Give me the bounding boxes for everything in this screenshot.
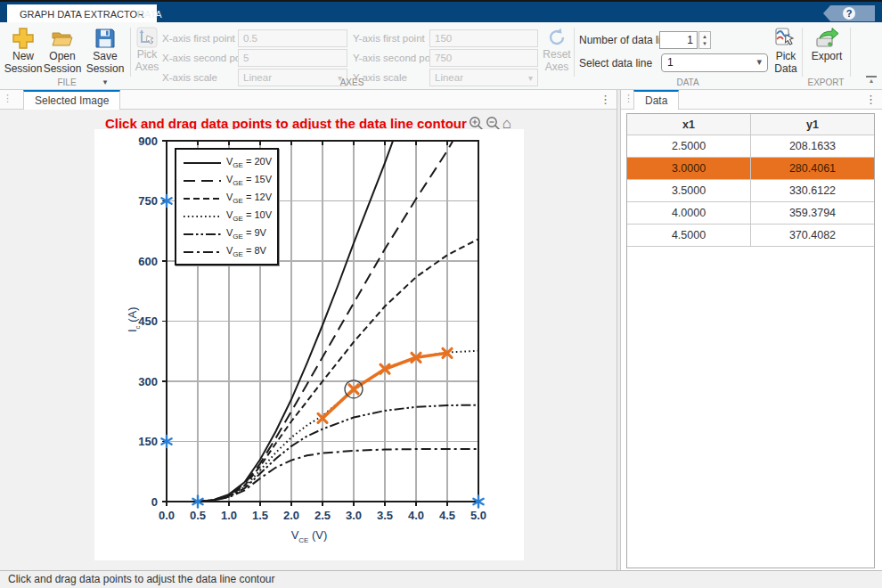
toolstrip: New Session Open Session Save Session ▾ (0, 22, 882, 90)
svg-text:3.5: 3.5 (377, 509, 393, 522)
legend-entry: VGE = 12V (182, 190, 272, 208)
y-first-input[interactable]: 150 (429, 29, 538, 47)
table-header-row: x1y1 (627, 114, 874, 135)
svg-text:1.5: 1.5 (252, 509, 268, 522)
legend-label: VGE = 8V (226, 245, 266, 258)
export-section-label: EXPORT (802, 78, 850, 87)
dropdown-arrow-icon: ▾ (756, 56, 762, 68)
graph-data-extractor-app: GRAPH DATA EXTRACTOR DATA ? New Session … (0, 0, 882, 588)
table-cell[interactable]: 2.5000 (627, 135, 751, 158)
table-cell[interactable]: 370.4082 (751, 225, 874, 247)
svg-text:0.5: 0.5 (190, 509, 206, 522)
svg-text:3.0: 3.0 (346, 509, 362, 522)
table-cell[interactable]: 3.0000 (627, 158, 751, 180)
table-cell[interactable]: 208.1633 (751, 135, 874, 158)
legend-label: VGE = 15V (226, 174, 272, 187)
column-header[interactable]: y1 (751, 114, 874, 135)
data-panel: ⋮ Data ⋮ x1y12.5000208.16333.0000280.406… (621, 90, 882, 570)
chart-legend: VGE = 20VVGE = 15VVGE = 12VVGE = 10VVGE … (175, 148, 279, 265)
legend-line-sample (182, 247, 223, 257)
panel-grip-icon[interactable]: ⋮ (3, 93, 11, 104)
spinner-down-icon[interactable]: ▼ (702, 41, 707, 46)
new-session-label: New (12, 50, 34, 62)
legend-entry: VGE = 20V (182, 154, 272, 172)
tab-data[interactable]: DATA (125, 4, 175, 24)
column-header[interactable]: x1 (627, 114, 751, 135)
panel-menu-icon[interactable]: ⋮ (865, 93, 877, 106)
svg-text:900: 900 (138, 135, 158, 148)
table-cell[interactable]: 330.6122 (751, 180, 874, 202)
svg-text:5.0: 5.0 (470, 509, 486, 522)
x-first-input[interactable]: 0.5 (238, 29, 347, 47)
svg-text:2.0: 2.0 (283, 509, 299, 522)
table-row[interactable]: 4.0000359.3794 (627, 202, 874, 225)
panel-grip-icon[interactable]: ⋮ (624, 93, 632, 104)
x-axis-label: VCE (V) (94, 528, 524, 544)
table-row[interactable]: 3.5000330.6122 (627, 180, 874, 202)
pick-axes-button[interactable]: Pick Axes (134, 27, 160, 73)
image-canvas-area: Click and drag data points to adjust the… (0, 110, 617, 570)
legend-line-sample (182, 176, 223, 186)
new-session-plus-icon (12, 27, 35, 50)
table-cell[interactable]: 280.4061 (751, 158, 874, 180)
reset-axes-label2: Axes (545, 61, 569, 73)
section-divider (130, 28, 131, 77)
svg-text:600: 600 (138, 255, 158, 268)
svg-text:4.0: 4.0 (408, 509, 424, 522)
svg-text:0: 0 (151, 495, 158, 509)
collapse-toolstrip-button[interactable]: ▴ (866, 76, 877, 84)
tab-selected-image[interactable]: Selected Image (23, 90, 120, 110)
right-tab-row: ⋮ Data ⋮ (621, 90, 882, 110)
chart-plot[interactable]: 0.00.51.01.52.02.53.03.54.04.55.00150300… (94, 129, 524, 560)
y-first-label: Y-axis first point (353, 33, 425, 44)
x-first-label: X-axis first point (162, 33, 235, 44)
table-cell[interactable]: 4.5000 (627, 225, 751, 247)
help-button[interactable]: ? (823, 5, 875, 21)
x-second-input[interactable]: 5 (238, 49, 347, 67)
legend-label: VGE = 20V (226, 156, 272, 169)
legend-line-sample (182, 193, 223, 204)
ribbon-tab-bar: GRAPH DATA EXTRACTOR DATA ? (0, 0, 882, 22)
legend-line-sample (182, 158, 223, 168)
table-cell[interactable]: 359.3794 (751, 202, 874, 225)
tab-data-table[interactable]: Data (633, 90, 679, 110)
export-button[interactable]: Export (807, 27, 846, 62)
table-cell[interactable]: 3.5000 (627, 180, 751, 202)
table-row[interactable]: 4.5000370.4082 (627, 225, 874, 247)
pick-data-icon (774, 27, 798, 50)
svg-text:1.0: 1.0 (221, 509, 237, 522)
new-session-label2: Session (4, 62, 43, 75)
legend-entry: VGE = 10V (182, 208, 272, 225)
legend-label: VGE = 10V (226, 209, 272, 223)
table-cell[interactable]: 4.0000 (627, 202, 751, 225)
svg-text:150: 150 (138, 435, 158, 448)
pick-data-label: Pick (776, 50, 796, 62)
num-data-lines-input[interactable]: 1 (659, 31, 698, 49)
table-row[interactable]: 3.0000280.4061 (627, 158, 874, 180)
section-divider (574, 28, 575, 77)
pick-data-button[interactable]: Pick Data (772, 27, 800, 75)
status-bar: Click and drag data points to adjust the… (0, 570, 882, 588)
legend-line-sample (182, 211, 223, 222)
section-divider (850, 28, 851, 77)
select-data-line-label: Select data line (579, 57, 652, 69)
file-section-label: FILE (4, 78, 129, 87)
svg-text:4.5: 4.5 (439, 509, 455, 522)
panel-menu-icon[interactable]: ⋮ (600, 93, 611, 106)
y-second-input[interactable]: 750 (429, 49, 538, 67)
spinner-up-icon[interactable]: ▲ (702, 34, 707, 39)
table-row[interactable]: 2.5000208.1633 (627, 135, 874, 158)
legend-label: VGE = 12V (226, 192, 272, 205)
y-second-label: Y-axis second point (353, 53, 441, 63)
data-table: x1y12.5000208.16333.0000280.40613.500033… (626, 113, 875, 568)
num-data-lines-stepper[interactable]: ▲ ▼ (698, 31, 711, 49)
legend-line-sample (182, 229, 223, 240)
section-divider (802, 28, 803, 77)
select-data-line-dropdown[interactable]: 1 ▾ (661, 53, 768, 72)
graph-image: 0.00.51.01.52.02.53.03.54.04.55.00150300… (94, 129, 524, 560)
open-session-button[interactable]: Open Session (44, 27, 81, 75)
reset-axes-button[interactable]: Reset Axes (542, 27, 572, 73)
export-label: Export (812, 50, 843, 62)
new-session-button[interactable]: New Session (4, 27, 42, 75)
legend-entry: VGE = 8V (182, 243, 272, 261)
